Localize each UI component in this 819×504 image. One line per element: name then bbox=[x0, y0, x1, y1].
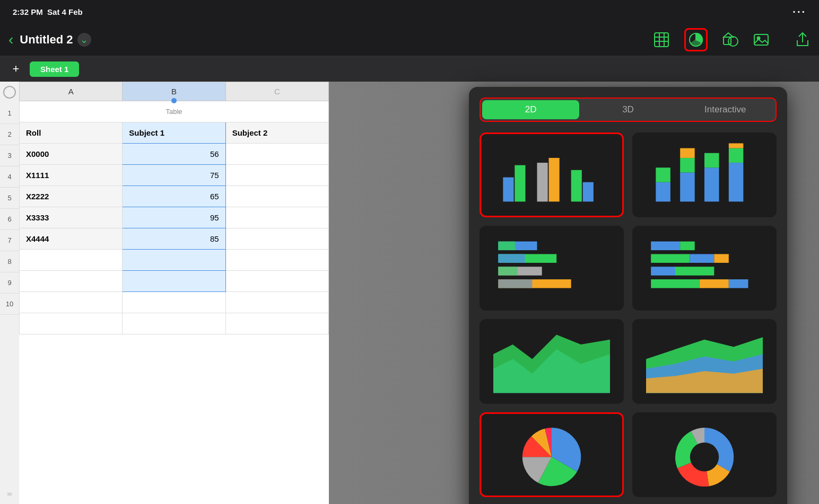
svg-rect-42 bbox=[651, 279, 700, 288]
chart-picker-panel: 2D 3D Interactive bbox=[469, 87, 787, 504]
svg-rect-25 bbox=[729, 148, 744, 163]
svg-rect-22 bbox=[704, 167, 719, 201]
grouped-bar-svg bbox=[493, 143, 610, 207]
image-icon-button[interactable] bbox=[753, 32, 769, 48]
chart-icon-button[interactable] bbox=[684, 28, 708, 51]
circle-control[interactable] bbox=[3, 86, 16, 99]
svg-rect-15 bbox=[571, 170, 582, 202]
cell-9-c[interactable] bbox=[225, 292, 328, 313]
cell-10-c[interactable] bbox=[225, 313, 328, 334]
chart-type-tabs: 2D 3D Interactive bbox=[480, 98, 777, 122]
status-bar: 2:32 PM Sat 4 Feb ··· bbox=[0, 0, 819, 23]
spreadsheet-area: 1 2 3 4 5 6 7 8 9 10 ＝ A B C bbox=[0, 82, 329, 504]
svg-marker-8 bbox=[724, 33, 733, 37]
cell-2-b[interactable]: 56 bbox=[123, 144, 225, 165]
cell-6-b[interactable]: 85 bbox=[123, 228, 225, 250]
cell-7-a[interactable] bbox=[20, 250, 123, 271]
table-row[interactable]: X2222 65 bbox=[20, 186, 329, 207]
cell-2-a[interactable]: X0000 bbox=[20, 144, 123, 165]
cell-4-b[interactable]: 65 bbox=[123, 186, 225, 207]
row-num-7: 7 bbox=[0, 230, 19, 251]
sheet-tab-sheet1[interactable]: Sheet 1 bbox=[30, 61, 79, 77]
col-header-b[interactable]: B bbox=[123, 82, 225, 101]
title-chevron-button[interactable]: ⌄ bbox=[77, 33, 91, 47]
cell-4-a[interactable]: X2222 bbox=[20, 186, 123, 207]
table-row[interactable] bbox=[20, 313, 329, 334]
share-icon-button[interactable] bbox=[795, 32, 811, 48]
cell-3-c[interactable] bbox=[225, 165, 328, 186]
shapes-icon-button[interactable] bbox=[722, 32, 738, 48]
table-row[interactable]: X3333 95 bbox=[20, 207, 329, 228]
pie-svg bbox=[507, 418, 597, 492]
stacked-area-svg bbox=[646, 330, 763, 393]
cell-7-c[interactable] bbox=[225, 250, 328, 271]
cell-9-b[interactable] bbox=[123, 292, 225, 313]
cell-8-c[interactable] bbox=[225, 271, 328, 292]
document-title: Untitled 2 ⌄ bbox=[20, 33, 91, 47]
svg-rect-17 bbox=[656, 182, 670, 202]
cell-3-b[interactable]: 75 bbox=[123, 165, 225, 186]
svg-rect-0 bbox=[655, 33, 668, 47]
cell-2-c[interactable] bbox=[225, 144, 328, 165]
chart-area[interactable] bbox=[480, 319, 624, 404]
chart-tab-interactive[interactable]: Interactive bbox=[677, 100, 774, 119]
row-num-6: 6 bbox=[0, 209, 19, 230]
table-icon-button[interactable] bbox=[654, 32, 669, 48]
cell-6-c[interactable] bbox=[225, 228, 328, 250]
chart-donut[interactable] bbox=[632, 412, 777, 497]
svg-rect-20 bbox=[680, 158, 695, 173]
back-button[interactable]: ‹ bbox=[8, 31, 13, 48]
row-num-10: 10 bbox=[0, 294, 19, 315]
cell-4-c[interactable] bbox=[225, 186, 328, 207]
table-row[interactable]: X0000 56 bbox=[20, 144, 329, 165]
cell-10-b[interactable] bbox=[123, 313, 225, 334]
chart-tab-2d[interactable]: 2D bbox=[482, 100, 579, 119]
svg-rect-37 bbox=[651, 254, 690, 263]
chart-tab-3d[interactable]: 3D bbox=[579, 100, 676, 119]
table-row[interactable] bbox=[20, 271, 329, 292]
svg-rect-12 bbox=[515, 165, 525, 202]
cell-1-c[interactable]: Subject 2 bbox=[225, 122, 328, 144]
chart-grouped-bar[interactable] bbox=[480, 132, 624, 217]
svg-point-50 bbox=[690, 443, 719, 471]
cell-8-a[interactable] bbox=[20, 271, 123, 292]
col-header-c[interactable]: C bbox=[225, 82, 328, 101]
row-num-2: 2 bbox=[0, 124, 19, 145]
cell-3-a[interactable]: X1111 bbox=[20, 165, 123, 186]
chart-horizontal-bar[interactable] bbox=[480, 226, 624, 311]
cell-1-b[interactable]: Subject 1 bbox=[123, 122, 225, 144]
equals-icon[interactable]: ＝ bbox=[5, 489, 14, 500]
spreadsheet-table: A B C Table Roll Subject 1 Subject 2 bbox=[19, 82, 329, 334]
cell-8-b[interactable] bbox=[123, 271, 225, 292]
col-header-a[interactable]: A bbox=[20, 82, 123, 101]
table-row[interactable] bbox=[20, 250, 329, 271]
table-row[interactable] bbox=[20, 292, 329, 313]
table-row[interactable]: X1111 75 bbox=[20, 165, 329, 186]
cell-5-b[interactable]: 95 bbox=[123, 207, 225, 228]
cell-5-c[interactable] bbox=[225, 207, 328, 228]
cell-1-a[interactable]: Roll bbox=[20, 122, 123, 144]
add-sheet-button[interactable]: + bbox=[6, 59, 25, 78]
table-row[interactable]: X4444 85 bbox=[20, 228, 329, 250]
table-label-row: Table bbox=[20, 101, 329, 122]
svg-rect-14 bbox=[549, 158, 560, 202]
chart-stacked-area[interactable] bbox=[632, 319, 777, 404]
svg-rect-32 bbox=[498, 267, 518, 276]
svg-rect-44 bbox=[729, 279, 748, 288]
chart-pie[interactable] bbox=[480, 412, 624, 497]
cell-5-a[interactable]: X3333 bbox=[20, 207, 123, 228]
cell-10-a[interactable] bbox=[20, 313, 123, 334]
chart-horizontal-stacked[interactable] bbox=[632, 226, 777, 311]
chart-stacked-bar[interactable] bbox=[632, 132, 777, 217]
svg-rect-36 bbox=[680, 242, 695, 251]
svg-marker-46 bbox=[493, 335, 610, 393]
cell-6-a[interactable]: X4444 bbox=[20, 228, 123, 250]
cell-7-b[interactable] bbox=[123, 250, 225, 271]
svg-rect-28 bbox=[498, 242, 515, 251]
cell-9-a[interactable] bbox=[20, 292, 123, 313]
image-icon bbox=[753, 32, 769, 48]
svg-rect-13 bbox=[537, 163, 548, 201]
spreadsheet-table-wrap: A B C Table Roll Subject 1 Subject 2 bbox=[19, 82, 329, 504]
sheet-tabs: + Sheet 1 bbox=[0, 56, 819, 82]
table-row[interactable]: Roll Subject 1 Subject 2 bbox=[20, 122, 329, 144]
